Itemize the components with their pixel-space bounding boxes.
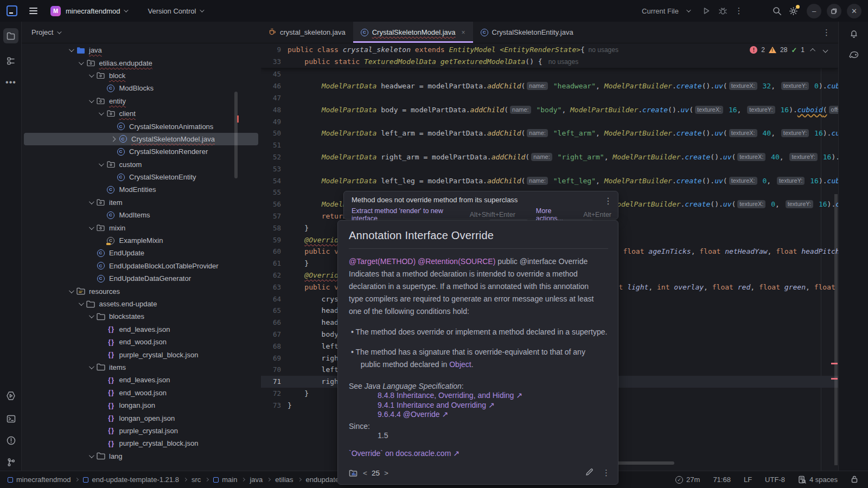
tree-item-block[interactable]: block (22, 69, 260, 82)
line-separator-widget[interactable]: LF (744, 476, 752, 484)
tree-item-end_leaves.json[interactable]: { }end_leaves.json (22, 374, 260, 386)
breadcrumb-item[interactable]: etilias (275, 476, 293, 484)
pager-next[interactable]: > (384, 469, 388, 477)
tree-item-CrystalSkeletonEntity[interactable]: CCrystalSkeletonEntity (22, 171, 260, 183)
project-avatar[interactable]: M (50, 6, 61, 16)
tree-item-mixin[interactable]: mixin (22, 221, 260, 234)
project-tool-window-title[interactable]: Project (31, 28, 53, 36)
more-actions-icon[interactable]: ⋮ (731, 3, 747, 19)
editor-tab[interactable]: crystal_skeleton.java (260, 22, 353, 43)
tab-options-icon[interactable]: ⋮ (822, 28, 831, 37)
tree-item-end_wood.json[interactable]: { }end_wood.json (22, 336, 260, 348)
chevron-down-icon[interactable] (95, 163, 106, 166)
session-time-widget[interactable]: ✓ 27m (675, 476, 700, 484)
chevron-down-icon[interactable] (75, 61, 86, 65)
doc-external-link[interactable]: `Override` on docs.oracle.com ↗ (349, 449, 608, 458)
tree-item-purple_crystal_block.json[interactable]: { }purple_crystal_block.json (22, 348, 260, 361)
tree-item-assets.end-update[interactable]: assets.end-update (22, 298, 260, 310)
pager-prev[interactable]: < (363, 469, 367, 477)
tree-item-ModEntities[interactable]: CModEntities (22, 183, 260, 196)
tree-item-client[interactable]: client (22, 107, 260, 120)
code-line-49[interactable]: 49 (261, 115, 838, 127)
spec-link[interactable]: 9.4.1 Inheritance and Overriding ↗ (378, 401, 608, 410)
tree-item-purple_crystal_block.json[interactable]: { }purple_crystal_block.json (22, 437, 260, 450)
tree-item-longan.json[interactable]: { }longan.json (22, 399, 260, 412)
spec-link[interactable]: 9.6.4.4 @Override ↗ (378, 410, 608, 420)
tree-item-ModItems[interactable]: CModItems (22, 209, 260, 221)
close-button[interactable]: ✕ (847, 4, 861, 18)
close-tab-icon[interactable]: × (462, 29, 465, 36)
version-control-tool-icon[interactable] (3, 454, 18, 470)
code-line-52[interactable]: 52 ModelPartData right_arm = modelPartDa… (261, 151, 838, 163)
breadcrumb-item[interactable]: endupdate (306, 476, 339, 484)
chevron-down-icon[interactable] (95, 112, 106, 115)
breadcrumb-item[interactable]: end-update-template-1.21.8 (83, 476, 178, 484)
restore-button[interactable] (827, 4, 841, 18)
tree-item-longan_open.json[interactable]: { }longan_open.json (22, 412, 260, 424)
chevron-down-icon[interactable] (85, 201, 96, 204)
code-line-51[interactable]: 51 (261, 139, 838, 151)
chevron-down-icon[interactable] (65, 290, 76, 293)
spec-link[interactable]: 8.4.8 Inheritance, Overriding, and Hidin… (378, 391, 608, 401)
error-stripe-mark[interactable] (831, 378, 838, 380)
structure-tool-icon[interactable] (3, 53, 18, 68)
editor-tab[interactable]: CCrystalSkeletonEntity.java (473, 22, 581, 43)
object-link[interactable]: Object (449, 360, 471, 369)
doc-more-icon[interactable]: ⋮ (602, 468, 610, 478)
tree-item-end_wood.json[interactable]: { }end_wood.json (22, 387, 260, 399)
chevron-down-icon[interactable] (85, 454, 96, 458)
caret-position-widget[interactable]: 71:68 (713, 476, 731, 484)
tree-item-CrystalSkeletonAnimations[interactable]: CCrystalSkeletonAnimations (22, 120, 260, 132)
tree-item-end_leaves.json[interactable]: { }end_leaves.json (22, 323, 260, 336)
notifications-bell-icon[interactable] (846, 26, 861, 41)
tree-item-EndUpdateDataGenerator[interactable]: CEndUpdateDataGenerator (22, 272, 260, 285)
version-control-menu[interactable]: Version Control (148, 7, 196, 15)
tree-item-custom[interactable]: custom (22, 158, 260, 171)
indent-widget[interactable]: 4 spaces (798, 476, 838, 484)
tree-item-EndUpdate[interactable]: CEndUpdate (22, 247, 260, 259)
tooltip-options-icon[interactable]: ⋮ (604, 196, 612, 206)
code-line-50[interactable]: 50 ModelPartData left_arm = modelPartDat… (261, 127, 838, 139)
minimize-button[interactable]: – (807, 4, 821, 18)
chevron-down-icon[interactable] (65, 48, 76, 52)
next-problem-icon[interactable] (823, 47, 828, 53)
tree-item-ModBlocks[interactable]: CModBlocks (22, 82, 260, 94)
services-tool-icon[interactable] (3, 388, 18, 403)
terminal-tool-icon[interactable] (3, 411, 18, 426)
problems-tool-icon[interactable] (3, 433, 18, 448)
tree-item-etilias.endupdate[interactable]: etilias.endupdate (22, 56, 260, 69)
settings-gear-icon[interactable] (785, 3, 801, 19)
run-button[interactable] (698, 3, 714, 19)
tree-item-EndUpdateBlockLootTableProvider[interactable]: CEndUpdateBlockLootTableProvider (22, 260, 260, 272)
tree-item-lang[interactable]: lang (22, 450, 260, 463)
editor-tab[interactable]: CCrystalSkeletonModel.java× (353, 22, 473, 43)
chevron-right-icon[interactable] (107, 137, 118, 141)
chevron-down-icon[interactable] (85, 74, 96, 78)
tree-item-CrystalSkeletonModel.java[interactable]: CCrystalSkeletonModel.java (24, 133, 258, 145)
search-icon[interactable] (769, 3, 785, 19)
code-line-54[interactable]: 54 ModelPartData left_leg = modelPartDat… (261, 175, 838, 187)
debug-button[interactable] (714, 3, 731, 19)
chevron-down-icon[interactable] (85, 99, 96, 103)
doc-pager[interactable]: < 25 > (363, 469, 388, 477)
breadcrumb-item[interactable]: java (250, 476, 263, 484)
code-line-46[interactable]: 46 ModelPartData headwear = modelPartDat… (261, 80, 838, 92)
project-name[interactable]: minecraftendmod (66, 7, 120, 15)
breadcrumb-item[interactable]: main (213, 476, 237, 484)
project-scrollbar[interactable] (234, 92, 238, 178)
chevron-down-icon[interactable] (85, 365, 96, 369)
lock-icon[interactable] (851, 475, 858, 485)
chevron-down-icon[interactable] (85, 314, 96, 318)
tree-item-ExampleMixin[interactable]: CExampleMixin (22, 234, 260, 247)
breadcrumb-item[interactable]: src (192, 476, 201, 484)
code-line-53[interactable]: 53 (261, 163, 838, 175)
tree-item-CrystalSkeletonRenderer[interactable]: CCrystalSkeletonRenderer (22, 145, 260, 158)
tree-item-java[interactable]: java (22, 44, 260, 56)
tree-item-item[interactable]: item (22, 196, 260, 209)
prev-problem-icon[interactable] (810, 48, 815, 53)
code-line-48[interactable]: 48 ModelPartData body = modelPartData.ad… (261, 104, 838, 115)
tree-item-blockstates[interactable]: blockstates (22, 310, 260, 323)
error-stripe-mark[interactable] (831, 363, 838, 364)
gradle-tool-icon[interactable] (846, 48, 861, 63)
breadcrumb-item[interactable]: minecraftendmod (8, 476, 71, 484)
